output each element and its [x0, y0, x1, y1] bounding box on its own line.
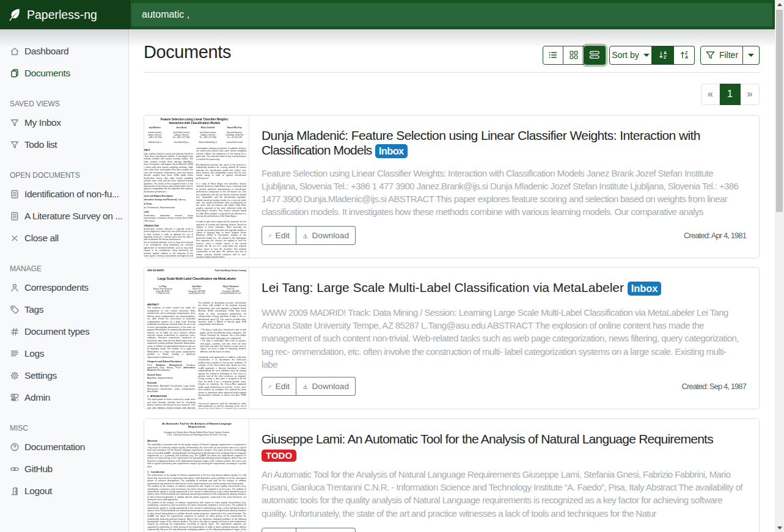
svg-text:Z: Z — [664, 55, 667, 59]
svg-text:A: A — [664, 51, 667, 55]
svg-text:A: A — [685, 55, 688, 59]
svg-text:Z: Z — [685, 51, 688, 55]
